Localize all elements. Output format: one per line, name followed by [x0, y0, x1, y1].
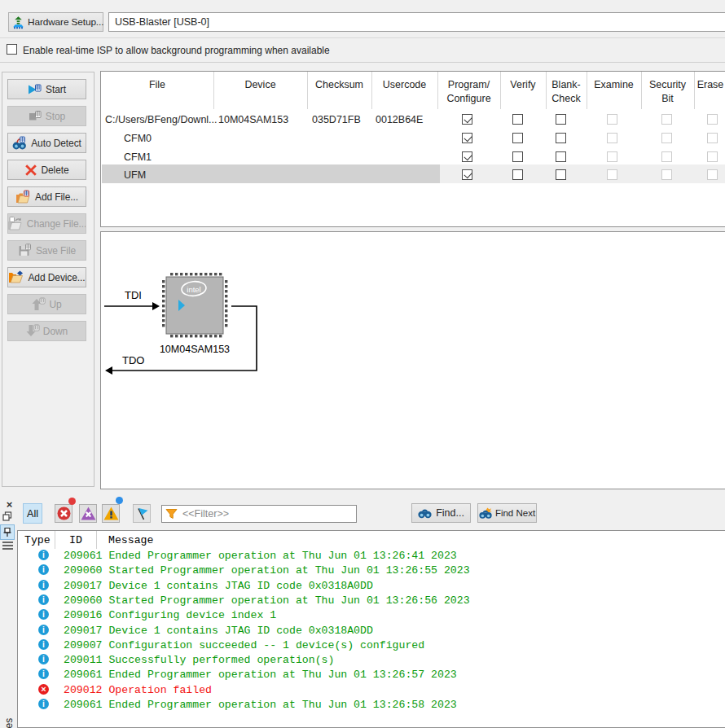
svg-text:TDO: TDO — [122, 354, 144, 366]
svg-text:intel: intel — [187, 285, 200, 294]
svg-text:10M04SAM153: 10M04SAM153 — [160, 344, 230, 355]
svg-text:TDI: TDI — [125, 289, 142, 301]
